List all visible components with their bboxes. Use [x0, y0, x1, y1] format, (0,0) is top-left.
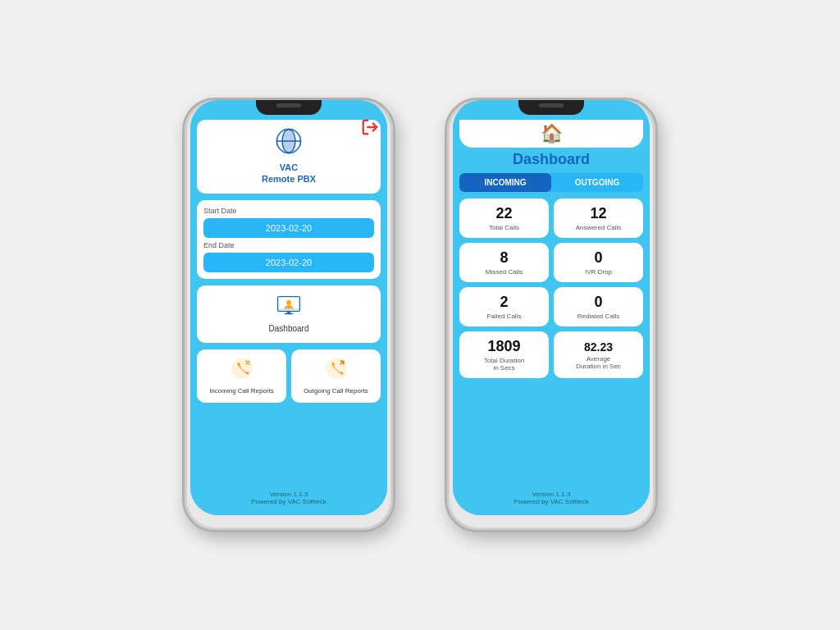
logout-button[interactable] — [361, 118, 379, 140]
version-footer-1: Version 1.1.3 Powered by VAC Softteck — [197, 487, 381, 509]
redialed-calls-label: Redialed Calls — [578, 313, 620, 320]
version-text-1: Version 1.1.3 — [197, 491, 381, 498]
start-date-value[interactable]: 2023-02-20 — [203, 218, 374, 238]
svg-point-7 — [286, 300, 291, 305]
outgoing-report-card[interactable]: Outgoing Call Reports — [291, 349, 381, 403]
version-footer-2: Version 1.1.3 Powered by VAC Softteck — [459, 487, 643, 509]
end-date-label: End Date — [203, 241, 374, 249]
total-calls-number: 22 — [495, 205, 512, 222]
failed-calls-label: Failed Calls — [487, 313, 522, 320]
phone-1: VAC Remote PBX Start Date 2023-02-20 End… — [182, 98, 395, 532]
stat-total-duration: 1809 Total Durationin Secs — [459, 331, 549, 378]
stat-avg-duration: 82.23 AverageDuration in Sec — [554, 331, 643, 378]
ivr-drop-number: 0 — [594, 249, 602, 267]
total-duration-label: Total Durationin Secs — [484, 357, 524, 372]
app-subtitle: Remote PBX — [262, 173, 316, 185]
dashboard-nav-card[interactable]: Dashboard — [197, 285, 381, 343]
avg-duration-number: 82.23 — [584, 340, 613, 354]
home-icon[interactable]: 🏠 — [541, 123, 563, 144]
tab-incoming[interactable]: INCOMING — [459, 173, 551, 192]
phone-2: 🏠 Dashboard INCOMING OUTGOING 22 Total C… — [445, 98, 658, 532]
stat-failed-calls: 2 Failed Calls — [459, 287, 549, 326]
stat-ivr-drop: 0 IVR Drop — [554, 243, 643, 282]
dashboard-nav-icon — [276, 295, 301, 321]
stats-row-1: 22 Total Calls 12 Answered Calls — [459, 199, 643, 238]
ivr-drop-label: IVR Drop — [585, 268, 612, 276]
total-calls-label: Total Calls — [489, 224, 519, 231]
date-section: Start Date 2023-02-20 End Date 2023-02-2… — [197, 200, 381, 279]
phones-container: VAC Remote PBX Start Date 2023-02-20 End… — [182, 98, 658, 532]
vac-logo-icon — [276, 128, 302, 160]
logo-card: VAC Remote PBX — [197, 120, 381, 194]
svg-rect-8 — [287, 311, 291, 313]
incoming-report-label: Incoming Call Reports — [209, 387, 274, 395]
powered-by-text-1: Powered by VAC Softteck — [197, 498, 381, 505]
notch-2 — [518, 100, 584, 115]
home-header: 🏠 — [459, 120, 643, 148]
tab-outgoing[interactable]: OUTGOING — [551, 173, 643, 192]
reports-row: Incoming Call Reports Outgoing Call Repo… — [197, 349, 381, 403]
incoming-report-card[interactable]: Incoming Call Reports — [197, 349, 286, 403]
phone-2-screen: 🏠 Dashboard INCOMING OUTGOING 22 Total C… — [453, 115, 650, 515]
redialed-calls-number: 0 — [594, 294, 602, 311]
svg-rect-9 — [285, 313, 294, 314]
incoming-call-icon — [231, 358, 253, 384]
dashboard-title: Dashboard — [459, 151, 643, 168]
stat-redialed-calls: 0 Redialed Calls — [554, 287, 643, 326]
missed-calls-number: 8 — [500, 249, 508, 267]
answered-calls-label: Answered Calls — [576, 224, 622, 231]
outgoing-report-label: Outgoing Call Reports — [304, 387, 368, 395]
version-text-2: Version 1.1.3 — [459, 491, 643, 498]
stat-total-calls: 22 Total Calls — [459, 199, 549, 238]
answered-calls-number: 12 — [590, 205, 606, 222]
phone-2-inner: 🏠 Dashboard INCOMING OUTGOING 22 Total C… — [453, 100, 650, 515]
total-duration-number: 1809 — [487, 338, 520, 355]
outgoing-call-icon — [326, 358, 347, 384]
start-date-label: Start Date — [203, 207, 374, 215]
stat-answered-calls: 12 Answered Calls — [554, 199, 643, 238]
missed-calls-label: Missed Calls — [486, 268, 523, 276]
stats-row-3: 2 Failed Calls 0 Redialed Calls — [459, 287, 643, 326]
app-name: VAC — [280, 162, 298, 173]
tabs-row: INCOMING OUTGOING — [459, 173, 643, 192]
phone-1-inner: VAC Remote PBX Start Date 2023-02-20 End… — [190, 100, 387, 515]
stats-row-2: 8 Missed Calls 0 IVR Drop — [459, 243, 643, 282]
stats-grid: 22 Total Calls 12 Answered Calls 8 Misse… — [459, 199, 643, 487]
avg-duration-label: AverageDuration in Sec — [576, 355, 621, 370]
stats-row-4: 1809 Total Durationin Secs 82.23 Average… — [459, 331, 643, 378]
stat-missed-calls: 8 Missed Calls — [459, 243, 549, 282]
phone-1-screen: VAC Remote PBX Start Date 2023-02-20 End… — [190, 115, 387, 515]
dashboard-nav-label: Dashboard — [269, 324, 309, 333]
notch-1 — [256, 100, 322, 115]
end-date-value[interactable]: 2023-02-20 — [203, 253, 374, 272]
powered-by-text-2: Powered by VAC Softteck — [459, 498, 643, 505]
failed-calls-number: 2 — [500, 294, 508, 311]
